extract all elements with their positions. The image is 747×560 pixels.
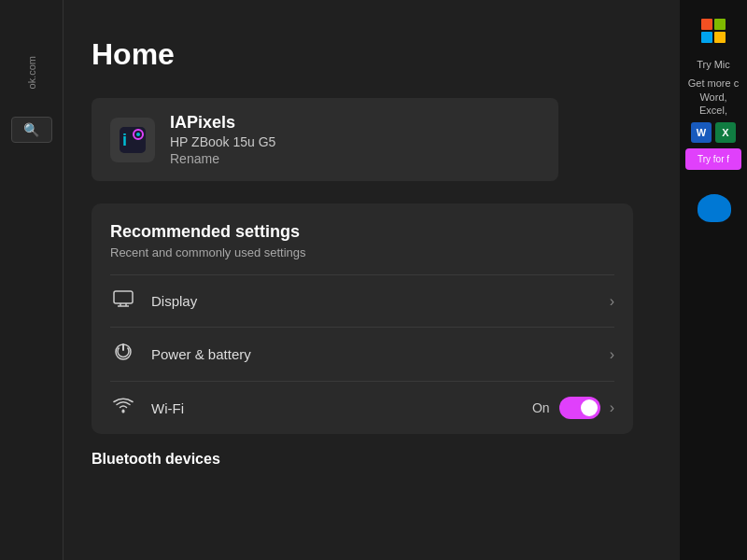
power-label: Power & battery <box>151 346 595 362</box>
win-sq-yellow <box>714 32 726 43</box>
right-panel: Try Mic Get more c Word, Excel, W X Try … <box>680 0 747 560</box>
try-button[interactable]: Try for f <box>685 148 741 170</box>
try-microsoft-title: Try Mic <box>693 58 734 71</box>
svg-rect-4 <box>114 291 133 303</box>
settings-item-wifi[interactable]: Wi-Fi On › <box>110 381 614 434</box>
sidebar-url: ok.com <box>26 56 37 89</box>
recommended-section: Recommended settings Recent and commonly… <box>92 203 633 434</box>
wifi-chevron-icon: › <box>610 399 614 416</box>
windows-logo-icon <box>701 19 726 43</box>
svg-point-3 <box>136 133 140 136</box>
device-card: i IAPixels HP ZBook 15u G5 Rename <box>92 98 558 181</box>
bluetooth-header: Bluetooth devices <box>92 451 652 473</box>
word-icon: W <box>691 122 712 143</box>
win-sq-red <box>701 19 712 30</box>
sidebar: ok.com 🔍 <box>0 0 63 560</box>
wifi-toggle-thumb <box>581 399 598 416</box>
office-icons: W X <box>691 122 736 143</box>
device-name: IAPixels <box>170 113 275 133</box>
excel-icon: X <box>715 122 736 143</box>
search-icon: 🔍 <box>23 122 39 137</box>
wifi-value: On <box>532 400 550 415</box>
win-sq-green <box>714 19 726 30</box>
rename-link[interactable]: Rename <box>170 151 275 166</box>
svg-text:i: i <box>122 131 127 149</box>
power-icon <box>110 343 136 366</box>
main-content: Home i IAPixels HP ZBook 15u G5 Rename R… <box>63 0 680 560</box>
wifi-right: On › <box>532 397 614 419</box>
iapixels-logo-icon: i <box>118 125 148 155</box>
recommended-subtitle: Recent and commonly used settings <box>110 245 614 259</box>
wifi-icon <box>110 398 136 419</box>
display-right: › <box>610 293 614 310</box>
wifi-label: Wi-Fi <box>151 400 517 416</box>
try-microsoft-card: Try Mic Get more c Word, Excel, W X Try … <box>683 58 744 170</box>
display-label: Display <box>151 293 595 309</box>
settings-list: Display › Power & battery › <box>110 274 614 434</box>
search-button[interactable]: 🔍 <box>11 117 52 143</box>
onedrive-icon <box>698 194 731 222</box>
page-title: Home <box>92 37 652 72</box>
power-chevron-icon: › <box>610 346 614 363</box>
display-chevron-icon: › <box>610 293 614 310</box>
device-model: HP ZBook 15u G5 <box>170 134 275 149</box>
svg-point-10 <box>122 410 125 413</box>
win-sq-blue <box>701 32 712 43</box>
device-info: IAPixels HP ZBook 15u G5 Rename <box>170 113 275 166</box>
wifi-toggle[interactable] <box>559 397 600 419</box>
recommended-title: Recommended settings <box>110 222 614 242</box>
settings-item-display[interactable]: Display › <box>110 274 614 327</box>
display-icon <box>110 290 136 312</box>
get-more-text: Get more c Word, Excel, <box>683 77 744 117</box>
settings-item-power[interactable]: Power & battery › <box>110 327 614 381</box>
device-icon: i <box>110 118 155 162</box>
onedrive-area <box>680 185 747 241</box>
power-right: › <box>610 346 614 363</box>
